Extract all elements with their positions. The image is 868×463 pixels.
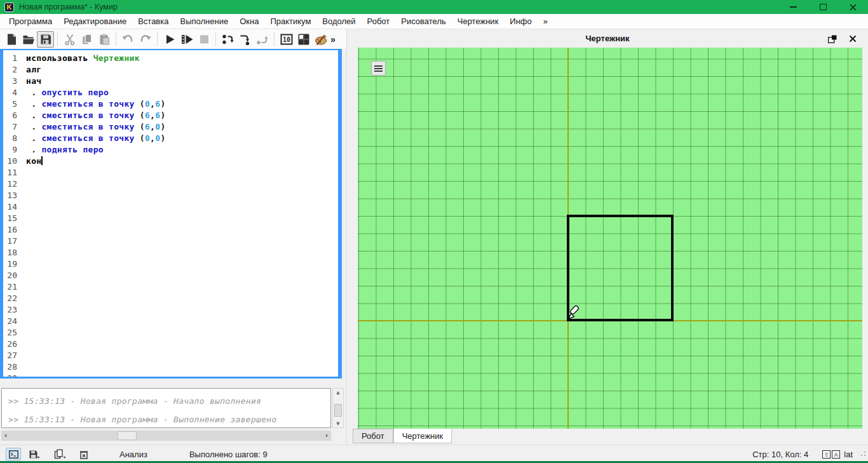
code-line[interactable]: 9 . поднять перо [3,144,338,156]
line-number: 7 [3,121,26,133]
drawer-canvas[interactable] [358,48,862,429]
tab-drawer[interactable]: Чертежник [393,429,452,443]
scroll-up-icon[interactable]: ▲ [333,389,343,396]
code-line[interactable]: 20 [3,270,338,281]
code-line[interactable]: 2алг [3,64,338,76]
log-horizontal-scrollbar[interactable]: ‹ › [1,431,331,441]
copy-log-button[interactable] [52,448,67,460]
open-file-button[interactable] [20,31,37,48]
code-line[interactable]: 18 [3,247,338,258]
code-line[interactable]: 27 [3,350,338,361]
code-line[interactable]: 29 [3,373,338,379]
statusbar: Анализ Выполнено шагов: 9 Стр: 10, Кол: … [0,445,868,463]
float-window-button[interactable] [827,34,837,43]
menu-item[interactable]: Вставка [132,15,174,28]
code-text: использовать Чертежник [26,53,140,64]
scrollbar-thumb[interactable] [334,404,342,417]
step-run-button[interactable] [178,31,195,48]
line-number: 5 [3,98,26,110]
drawer-menu-button[interactable] [371,61,386,76]
new-file-button[interactable] [3,31,20,48]
code-line[interactable]: 12 [3,178,338,190]
code-text: . поднять перо [26,144,104,156]
code-line[interactable]: 11 [3,167,338,178]
copy-button[interactable] [78,31,95,48]
menu-item[interactable]: Чертежник [452,15,505,28]
code-text: . опустить перо [26,87,109,98]
code-line[interactable]: 8 . сместиться в точку (0,0) [3,133,338,144]
menu-item[interactable]: Программа [3,15,58,28]
code-line[interactable]: 13 [3,190,338,201]
code-line[interactable]: 5 . сместиться в точку (0,6) [3,98,338,110]
code-line[interactable]: 26 [3,339,338,350]
code-line[interactable]: 23 [3,304,338,316]
cut-button[interactable] [61,31,78,48]
drawer-close-button[interactable] [848,34,858,43]
log-vertical-scrollbar[interactable]: ▲ ▼ [332,388,344,428]
code-line[interactable]: 1использовать Чертежник [3,53,338,64]
save-drop-icon [29,450,40,459]
maximize-button[interactable] [808,0,838,14]
drawer-tools-button[interactable] [312,31,329,48]
save-button[interactable] [37,31,54,48]
menu-item[interactable]: Робот [362,15,396,28]
toolbar-overflow-button[interactable]: » [330,34,336,44]
hamburger-icon [374,65,383,67]
menu-overflow-button[interactable]: » [538,15,553,28]
code-line[interactable]: 21 [3,281,338,293]
menu-item[interactable]: Инфо [504,15,537,28]
close-button[interactable] [838,0,868,14]
line-number: 26 [3,339,26,350]
show-values-button[interactable]: 10 [278,31,295,48]
menu-item[interactable]: Водолей [316,15,361,28]
paste-button[interactable] [95,31,112,48]
minimize-button[interactable] [778,0,808,14]
show-window-button[interactable] [295,31,312,48]
scroll-left-icon[interactable]: ‹ [1,431,10,441]
scrollbar-thumb[interactable] [118,431,137,440]
code-line[interactable]: 7 . сместиться в точку (6,0) [3,121,338,133]
code-line[interactable]: 16 [3,224,338,236]
caps-icon: A [832,450,840,459]
step-into-button[interactable] [236,31,254,48]
run-button[interactable] [161,31,178,48]
code-line[interactable]: 15 [3,213,338,224]
menu-item[interactable]: Выполнение [174,15,234,28]
line-number: 11 [3,167,26,178]
undo-button[interactable] [119,31,137,48]
titlebar: K Новая программа* - Кумир [0,0,868,14]
code-line[interactable]: 14 [3,201,338,213]
scroll-right-icon[interactable]: › [322,431,331,441]
tab-robot[interactable]: Робот [353,429,393,443]
code-line[interactable]: 17 [3,236,338,247]
line-number: 10 [3,156,26,167]
menu-item[interactable]: Окна [234,15,264,28]
code-editor[interactable]: 1использовать Чертежник2алг3нач4 . опуст… [0,49,342,379]
drawer-panel-title: Чертежник [585,34,629,43]
paste-icon [98,33,111,46]
code-line[interactable]: 6 . сместиться в точку (6,6) [3,110,338,121]
resize-grip-icon[interactable] [858,450,867,459]
menu-item[interactable]: Рисователь [395,15,451,28]
line-number: 18 [3,247,26,258]
save-log-button[interactable] [27,448,42,460]
scroll-down-icon[interactable]: ▼ [333,420,343,427]
code-line[interactable]: 22 [3,293,338,304]
code-line[interactable]: 24 [3,316,338,327]
code-line[interactable]: 10кон [3,156,338,167]
save-icon [39,33,52,46]
menu-item[interactable]: Редактирование [58,15,132,28]
code-line[interactable]: 28 [3,361,338,373]
code-line[interactable]: 25 [3,327,338,339]
execution-log[interactable]: >> 15:33:13 - Новая программа - Начало в… [1,388,331,428]
clear-log-button[interactable] [76,448,92,460]
code-line[interactable]: 19 [3,258,338,270]
menu-item[interactable]: Практикум [264,15,316,28]
redo-button[interactable] [137,31,154,48]
code-line[interactable]: 3нач [3,76,338,87]
code-line[interactable]: 4 . опустить перо [3,87,338,98]
step-over-button[interactable] [219,31,236,48]
step-out-button[interactable] [254,31,271,48]
stop-button[interactable] [195,31,212,48]
console-toggle-button[interactable] [6,448,21,460]
